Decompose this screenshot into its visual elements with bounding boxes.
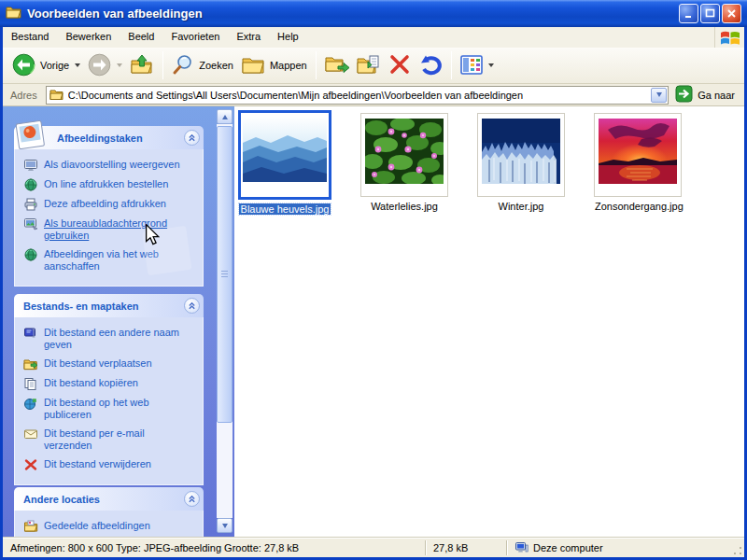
- views-button[interactable]: [457, 52, 498, 79]
- file-name[interactable]: Blauwe heuvels.jpg: [239, 203, 331, 215]
- section-body: Dit bestand een andere naam geven Dit be…: [14, 317, 204, 485]
- toolbar: Vorige Zoeken Mappen: [3, 48, 744, 84]
- scrollbar-down-button[interactable]: [217, 518, 233, 533]
- my-computer-icon: [514, 541, 529, 553]
- thumbnail-frame-selected[interactable]: [238, 110, 331, 200]
- folders-label: Mappen: [270, 60, 307, 71]
- sidebar-section-other-places: Andere locaties Gedeelde afbeeldingen: [14, 487, 204, 537]
- back-button[interactable]: Vorige: [8, 50, 84, 81]
- status-zone: Deze computer: [508, 541, 731, 553]
- chevron-up-icon: [222, 115, 228, 119]
- titlebar[interactable]: Voorbeelden van afbeeldingen: [0, 0, 747, 27]
- move-to-icon: [325, 54, 349, 77]
- thumbnail-frame[interactable]: [477, 113, 565, 197]
- close-button[interactable]: [722, 4, 741, 23]
- menubar: Bestand Bewerken Beeld Favorieten Extra …: [3, 27, 744, 48]
- status-zone-label: Deze computer: [533, 542, 603, 553]
- folders-button[interactable]: Mappen: [237, 51, 311, 79]
- delete-button[interactable]: [385, 50, 415, 80]
- file-winter[interactable]: Winter.jpg: [476, 113, 566, 214]
- task-rename-file[interactable]: Dit bestand een andere naam geven: [23, 327, 199, 351]
- scrollbar-thumb[interactable]: [217, 126, 233, 423]
- toolbar-separator: [162, 51, 163, 79]
- window-title: Voorbeelden van afbeeldingen: [27, 7, 203, 21]
- back-dropdown-icon[interactable]: [75, 63, 80, 67]
- file-zonsondergang[interactable]: Zonsondergang.jpg: [593, 113, 683, 214]
- task-delete-file[interactable]: Dit bestand verwijderen: [23, 458, 199, 471]
- email-icon: [23, 427, 38, 441]
- section-title: Bestands- en maptaken: [23, 301, 138, 312]
- scrollbar-up-button[interactable]: [217, 109, 233, 124]
- copy-to-button[interactable]: [353, 51, 385, 79]
- copy-file-icon: [23, 377, 38, 390]
- task-order-prints[interactable]: On line afdrukken bestellen: [23, 178, 199, 191]
- forward-button[interactable]: [84, 50, 126, 81]
- sidebar-section-file-tasks: Bestands- en maptaken Dit bestand een an…: [14, 294, 204, 485]
- sidebar-scrollbar[interactable]: [217, 109, 233, 533]
- minimize-button[interactable]: [679, 4, 698, 23]
- search-button[interactable]: Zoeken: [168, 50, 237, 80]
- menu-bewerken[interactable]: Bewerken: [57, 27, 120, 48]
- forward-dropdown-icon[interactable]: [117, 63, 122, 67]
- collapse-chevron-icon[interactable]: [184, 130, 200, 146]
- toolbar-separator: [316, 51, 317, 79]
- thumbnail-frame[interactable]: [594, 113, 682, 197]
- task-email-file[interactable]: Dit bestand per e-mail verzenden: [23, 427, 199, 452]
- menu-extra[interactable]: Extra: [228, 27, 269, 48]
- order-prints-icon: [23, 178, 38, 191]
- task-publish-file[interactable]: Dit bestand op het web publiceren: [23, 397, 199, 421]
- file-name[interactable]: Winter.jpg: [497, 201, 546, 212]
- thumbnail-frame[interactable]: [360, 113, 448, 197]
- move-to-button[interactable]: [321, 51, 353, 79]
- menu-favorieten[interactable]: Favorieten: [162, 27, 228, 48]
- section-header-other-places[interactable]: Andere locaties: [14, 487, 204, 511]
- collapse-chevron-icon[interactable]: [184, 298, 200, 314]
- explorer-window: Voorbeelden van afbeeldingen Bestand Bew…: [0, 0, 747, 560]
- folders-icon: [241, 54, 265, 77]
- menu-help[interactable]: Help: [269, 27, 307, 48]
- section-body: Gedeelde afbeeldingen: [14, 511, 204, 537]
- thumbnail-image-zonsondergang: [599, 119, 677, 184]
- back-icon: [12, 53, 35, 78]
- task-view-slideshow[interactable]: Als diavoorstelling weergeven: [23, 159, 199, 172]
- thumbnail-image-blauwe-heuvels: [243, 117, 327, 182]
- back-label: Vorige: [40, 60, 69, 71]
- file-list-area[interactable]: Blauwe heuvels.jpg Waterlelies.jpg: [234, 106, 744, 537]
- task-move-file[interactable]: Dit bestand verplaatsen: [23, 357, 199, 371]
- status-size: 27,8 kB: [427, 542, 506, 553]
- statusbar: Afmetingen: 747 x 560 Type: JPEG-afbeeld…: [3, 537, 744, 557]
- views-dropdown-icon[interactable]: [488, 63, 494, 67]
- copy-to-icon: [357, 54, 381, 77]
- undo-button[interactable]: [415, 50, 446, 80]
- up-button[interactable]: [126, 50, 158, 80]
- menu-beeld[interactable]: Beeld: [120, 27, 162, 48]
- go-button[interactable]: Ga naar: [669, 85, 741, 105]
- windows-logo-icon: [714, 27, 744, 48]
- address-input[interactable]: C:\Documents and Settings\All Users\Docu…: [46, 86, 669, 105]
- task-copy-file[interactable]: Dit bestand kopiëren: [23, 377, 199, 390]
- maximize-button[interactable]: [700, 4, 720, 23]
- link-shared-pictures[interactable]: Gedeelde afbeeldingen: [23, 520, 199, 533]
- file-name[interactable]: Waterlelies.jpg: [369, 201, 440, 212]
- undo-icon: [418, 53, 443, 77]
- toolbar-separator: [451, 51, 452, 79]
- collapse-chevron-icon[interactable]: [184, 491, 200, 507]
- resize-grip[interactable]: [731, 545, 743, 557]
- shared-pictures-icon: [23, 520, 38, 533]
- print-icon: [23, 198, 38, 211]
- file-blauwe-heuvels[interactable]: Blauwe heuvels.jpg: [235, 110, 334, 217]
- desktop-background-icon: [23, 217, 38, 231]
- task-print-picture[interactable]: Deze afbeelding afdrukken: [23, 198, 199, 211]
- section-title: Afbeeldingstaken: [57, 133, 143, 144]
- menu-bestand[interactable]: Bestand: [3, 27, 57, 48]
- go-icon: [675, 85, 693, 105]
- file-name[interactable]: Zonsondergang.jpg: [593, 201, 685, 212]
- section-header-file-tasks[interactable]: Bestands- en maptaken: [14, 294, 204, 317]
- search-label: Zoeken: [199, 60, 233, 71]
- file-waterlelies[interactable]: Waterlelies.jpg: [359, 113, 449, 214]
- section-header-picture-tasks[interactable]: Afbeeldingstaken: [14, 126, 204, 149]
- address-dropdown-button[interactable]: [651, 88, 667, 103]
- slideshow-icon: [23, 159, 38, 172]
- delete-file-icon: [23, 458, 38, 471]
- address-folder-icon: [49, 89, 63, 102]
